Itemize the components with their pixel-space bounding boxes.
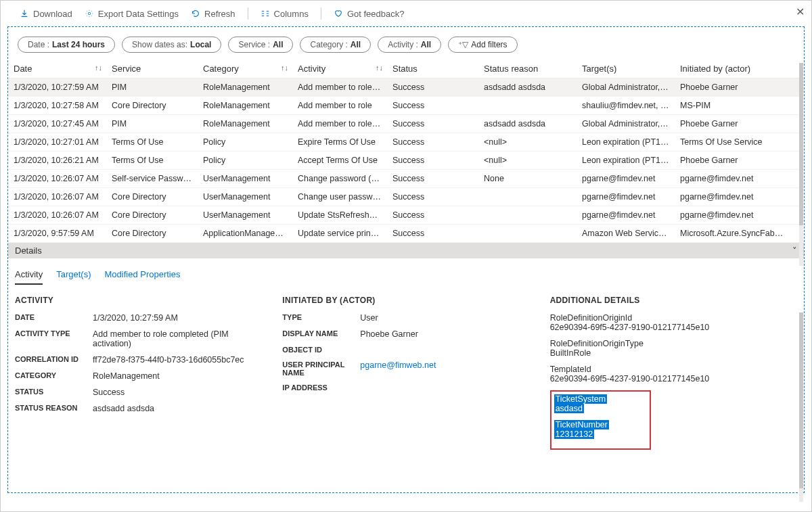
col-service[interactable]: Service — [106, 60, 198, 78]
cell-service: Core Directory — [106, 225, 198, 243]
add-filters-button[interactable]: ⁺▽ Add filters — [448, 37, 517, 53]
filter-service[interactable]: Service : All — [228, 37, 293, 53]
cell-date: 1/3/2020, 10:26:07 AM — [8, 170, 106, 188]
details-bar[interactable]: Details ˅ — [8, 243, 804, 258]
filter-activity[interactable]: Activity : All — [378, 37, 441, 53]
col-targets[interactable]: Target(s) — [577, 60, 675, 78]
label: Columns — [274, 9, 309, 19]
table-row[interactable]: 1/3/2020, 10:26:07 AMSelf-service Passwo… — [8, 170, 804, 188]
cell-status: Success — [387, 115, 478, 133]
detail-scrollbar[interactable] — [799, 312, 803, 502]
cell-date: 1/3/2020, 10:26:07 AM — [8, 206, 106, 225]
col-status[interactable]: Status — [387, 60, 478, 78]
cell-actor: pgarne@fimdev.net — [675, 170, 804, 188]
cell-reason: asdsadd asdsda — [478, 115, 577, 133]
heading: INITIATED BY (ACTOR) — [282, 296, 529, 305]
label: Export Data Settings — [98, 9, 179, 19]
cell-targets: shauliu@fimdev.net, d1e… — [577, 97, 675, 115]
cell-targets: pgarne@fimdev.net — [577, 188, 675, 206]
cell-targets: Amazon Web Services (A… — [577, 225, 675, 243]
cell-activity: Add member to role — [292, 97, 387, 115]
table-row[interactable]: 1/3/2020, 10:27:58 AMCore DirectoryRoleM… — [8, 97, 804, 115]
columns-button[interactable]: Columns — [261, 9, 309, 19]
cell-reason: asdsadd asdsda — [478, 78, 577, 97]
audit-log-table: Date↑↓ Service Category↑↓ Activity↑↓ Sta… — [8, 60, 804, 243]
table-row[interactable]: 1/3/2020, 10:27:01 AMTerms Of UsePolicyE… — [8, 133, 804, 152]
col-date[interactable]: Date↑↓ — [8, 60, 106, 78]
cell-actor: Microsoft.Azure.SyncFab… — [675, 225, 804, 243]
export-button[interactable]: Export Data Settings — [85, 9, 179, 19]
tab-modified[interactable]: Modified Properties — [104, 269, 180, 285]
cell-date: 1/3/2020, 10:27:59 AM — [8, 78, 106, 97]
table-row[interactable]: 1/3/2020, 9:57:59 AMCore DirectoryApplic… — [8, 225, 804, 243]
toolbar: Download Export Data Settings Refresh Co… — [1, 1, 811, 26]
upn-link[interactable]: pgarne@fimweb.net — [360, 360, 529, 377]
cell-activity: Change user password — [292, 188, 387, 206]
cell-date: 1/3/2020, 10:27:01 AM — [8, 133, 106, 152]
columns-icon — [261, 9, 270, 18]
cell-category: ApplicationManagement — [198, 225, 292, 243]
cell-category: UserManagement — [198, 170, 292, 188]
cell-service: Core Directory — [106, 97, 198, 115]
cell-activity: Update StsRefreshToken… — [292, 206, 387, 225]
cell-category: Policy — [198, 133, 292, 152]
close-icon[interactable]: ✕ — [796, 5, 805, 18]
separator — [321, 7, 321, 20]
table-row[interactable]: 1/3/2020, 10:26:07 AMCore DirectoryUserM… — [8, 206, 804, 225]
download-button[interactable]: Download — [20, 9, 72, 19]
tab-activity[interactable]: Activity — [15, 269, 43, 285]
cell-category: RoleManagement — [198, 97, 292, 115]
cell-status: Success — [387, 188, 478, 206]
cell-reason — [478, 188, 577, 206]
cell-category: Policy — [198, 152, 292, 170]
cell-status: Success — [387, 152, 478, 170]
highlighted-detail: TicketSystemasdasd — [554, 394, 609, 413]
heart-icon — [334, 9, 343, 18]
feedback-button[interactable]: Got feedback? — [334, 9, 405, 19]
additional-detail: RoleDefinitionOriginTypeBuiltInRole — [550, 339, 797, 358]
cell-status: Success — [387, 133, 478, 152]
label: Details — [15, 246, 42, 256]
cell-status: Success — [387, 97, 478, 115]
col-category[interactable]: Category↑↓ — [198, 60, 292, 78]
grid-scrollbar[interactable] — [799, 63, 803, 266]
gear-icon — [85, 9, 94, 18]
cell-category: RoleManagement — [198, 78, 292, 97]
cell-service: Core Directory — [106, 188, 198, 206]
cell-status: Success — [387, 78, 478, 97]
cell-targets: Global Administrator, 88… — [577, 115, 675, 133]
col-status-reason[interactable]: Status reason — [478, 60, 577, 78]
cell-targets: Leon expiration (PT1M), … — [577, 152, 675, 170]
filter-show-dates[interactable]: Show dates as: Local — [122, 37, 221, 53]
col-activity[interactable]: Activity↑↓ — [292, 60, 387, 78]
tab-targets[interactable]: Target(s) — [56, 269, 91, 285]
cell-service: Terms Of Use — [106, 152, 198, 170]
cell-reason — [478, 225, 577, 243]
table-row[interactable]: 1/3/2020, 10:26:21 AMTerms Of UsePolicyA… — [8, 152, 804, 170]
filter-date[interactable]: Date : Last 24 hours — [18, 37, 115, 53]
refresh-button[interactable]: Refresh — [191, 9, 235, 19]
heading: ADDITIONAL DETAILS — [550, 296, 797, 305]
table-row[interactable]: 1/3/2020, 10:26:07 AMCore DirectoryUserM… — [8, 188, 804, 206]
cell-targets: Global Administrator, 88… — [577, 78, 675, 97]
cell-targets: pgarne@fimdev.net — [577, 206, 675, 225]
cell-actor: Terms Of Use Service — [675, 133, 804, 152]
cell-date: 1/3/2020, 10:27:58 AM — [8, 97, 106, 115]
cell-reason: None — [478, 170, 577, 188]
cell-actor: pgarne@fimdev.net — [675, 188, 804, 206]
filter-bar: Date : Last 24 hours Show dates as: Loca… — [8, 27, 804, 60]
detail-panel: ACTIVITY DATE1/3/2020, 10:27:59 AM ACTIV… — [8, 285, 804, 461]
cell-actor: MS-PIM — [675, 97, 804, 115]
svg-point-0 — [88, 12, 91, 15]
col-actor[interactable]: Initiated by (actor) — [675, 60, 804, 78]
cell-status: Success — [387, 170, 478, 188]
table-row[interactable]: 1/3/2020, 10:27:45 AMPIMRoleManagementAd… — [8, 115, 804, 133]
cell-status: Success — [387, 206, 478, 225]
cell-date: 1/3/2020, 10:27:45 AM — [8, 115, 106, 133]
table-row[interactable]: 1/3/2020, 10:27:59 AMPIMRoleManagementAd… — [8, 78, 804, 97]
cell-date: 1/3/2020, 10:26:21 AM — [8, 152, 106, 170]
label: Got feedback? — [347, 9, 405, 19]
cell-service: PIM — [106, 115, 198, 133]
filter-category[interactable]: Category : All — [300, 37, 371, 53]
label: Download — [33, 9, 72, 19]
